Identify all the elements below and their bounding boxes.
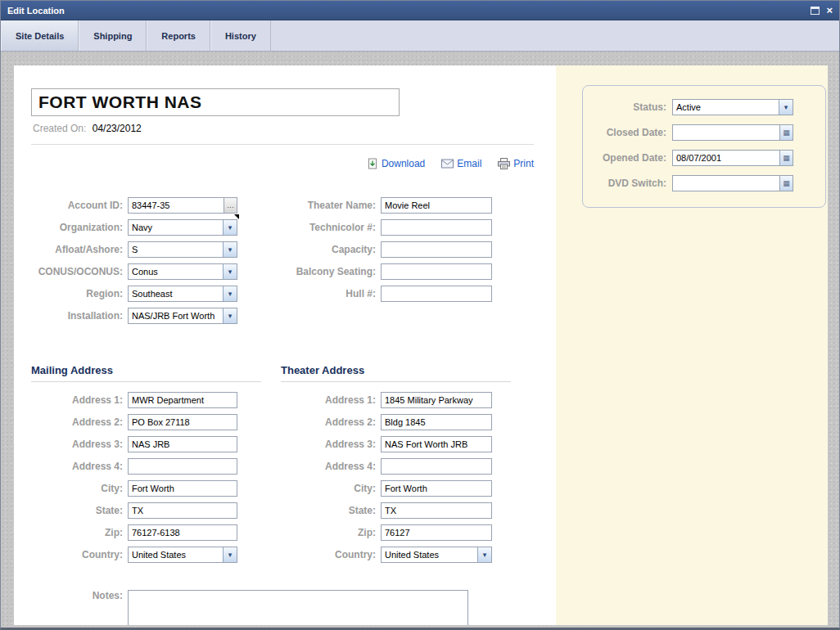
tab-reports[interactable]: Reports (147, 20, 210, 51)
print-link[interactable]: Print (498, 158, 534, 169)
technicolor-input[interactable] (381, 219, 492, 236)
theater-state-input[interactable] (381, 502, 492, 519)
close-button[interactable]: × (826, 5, 833, 16)
account-id-input[interactable] (128, 197, 224, 214)
dvd-switch-input[interactable] (672, 175, 779, 191)
email-link[interactable]: Email (441, 158, 481, 169)
opened-date-input[interactable] (672, 150, 779, 166)
theater-address2-label: Address 2: (281, 416, 376, 428)
email-label: Email (457, 158, 481, 169)
tab-label: History (225, 31, 256, 41)
tab-history[interactable]: History (210, 20, 271, 51)
installation-select[interactable]: NAS/JRB Fort Worth ▾ (128, 308, 237, 324)
created-on: Created On: 04/23/2012 (33, 123, 556, 134)
chevron-down-icon: ▾ (223, 220, 237, 235)
field-balcony-seating: Balcony Seating: (281, 263, 492, 280)
field-theater-zip: Zip: (281, 524, 511, 541)
theater-city-input[interactable] (381, 480, 492, 497)
closed-date-calendar-button[interactable]: ▦ (779, 124, 793, 141)
theater-zip-input[interactable] (381, 524, 492, 541)
theater-name-input[interactable] (381, 197, 492, 214)
theater-address1-input[interactable] (381, 392, 492, 408)
theater-address3-input[interactable] (381, 436, 492, 452)
mailing-country-select[interactable]: United States ▾ (128, 547, 237, 563)
field-organization: Organization: Navy ▾ (31, 219, 281, 236)
chevron-down-icon: ▾ (223, 308, 237, 323)
close-icon: × (826, 4, 833, 16)
chevron-down-icon: ▾ (223, 286, 237, 301)
account-id-ellipsis-button[interactable]: … (224, 197, 237, 214)
email-icon (441, 159, 454, 169)
mailing-address1-input[interactable] (128, 392, 237, 408)
created-on-label: Created On: (33, 123, 86, 134)
field-theater-address2: Address 2: (281, 414, 511, 430)
calendar-icon: ▦ (783, 128, 790, 137)
status-select[interactable]: Active ▾ (672, 99, 793, 115)
opened-date-calendar-button[interactable]: ▦ (779, 150, 793, 166)
organization-value: Navy (129, 220, 223, 235)
field-conus-oconus: CONUS/OCONUS: Conus ▾ (31, 263, 281, 280)
field-status: Status: Active ▾ (588, 99, 817, 115)
theater-address2-input[interactable] (381, 414, 492, 430)
maximize-button[interactable] (811, 7, 820, 15)
field-mailing-country: Country: United States ▾ (31, 547, 281, 563)
account-id-marker-icon (234, 214, 239, 219)
status-card: Status: Active ▾ Closed Date: ▦ Opened D… (582, 85, 826, 208)
organization-select[interactable]: Navy ▾ (128, 219, 237, 236)
closed-date-input[interactable] (672, 124, 779, 141)
mailing-city-input[interactable] (128, 480, 237, 497)
theater-address3-label: Address 3: (281, 439, 376, 450)
field-mailing-address2: Address 2: (31, 414, 281, 430)
field-theater-name: Theater Name: (281, 197, 492, 214)
technicolor-label: Technicolor #: (281, 222, 376, 233)
field-opened-date: Opened Date: ▦ (588, 150, 817, 166)
mailing-state-input[interactable] (128, 502, 237, 519)
download-link[interactable]: Download (367, 158, 425, 169)
theater-city-label: City: (281, 483, 376, 494)
tab-label: Reports (161, 31, 196, 41)
mailing-address2-label: Address 2: (31, 416, 123, 428)
region-select[interactable]: Southeast ▾ (128, 286, 237, 302)
balcony-seating-input[interactable] (381, 263, 492, 280)
field-mailing-address4: Address 4: (31, 458, 281, 475)
theater-address-section: Theater Address Address 1: Address 2: Ad… (281, 364, 511, 569)
tab-label: Site Details (16, 31, 64, 41)
mailing-address3-label: Address 3: (31, 439, 123, 450)
mailing-address-title: Mailing Address (31, 364, 261, 382)
theater-country-value: United States (382, 547, 477, 562)
print-icon (498, 158, 510, 169)
dvd-switch-calendar-button[interactable]: ▦ (779, 175, 793, 191)
field-theater-address3: Address 3: (281, 436, 511, 452)
notes-label: Notes: (31, 590, 123, 625)
mailing-address4-input[interactable] (128, 458, 237, 475)
tab-bar: Site Details Shipping Reports History (1, 20, 839, 52)
closed-date-label: Closed Date: (588, 127, 666, 138)
window-title: Edit Location (7, 6, 65, 16)
theater-state-label: State: (281, 505, 376, 516)
mailing-address2-input[interactable] (128, 414, 237, 430)
theater-address4-input[interactable] (381, 458, 492, 475)
field-afloat-ashore: Afloat/Ashore: S ▾ (31, 241, 281, 258)
theater-country-select[interactable]: United States ▾ (381, 547, 492, 563)
status-sidebar: Status: Active ▾ Closed Date: ▦ Opened D… (556, 65, 828, 625)
installation-value: NAS/JRB Fort Worth (129, 308, 223, 323)
tab-shipping[interactable]: Shipping (79, 20, 147, 51)
mailing-address1-label: Address 1: (31, 394, 123, 406)
afloat-ashore-select[interactable]: S ▾ (128, 241, 237, 258)
chevron-down-icon: ▾ (223, 547, 237, 562)
notes-textarea[interactable] (128, 590, 468, 625)
field-mailing-address1: Address 1: (31, 392, 281, 408)
status-label: Status: (588, 101, 666, 113)
tab-site-details[interactable]: Site Details (1, 20, 79, 51)
site-name-input[interactable] (31, 88, 400, 116)
conus-oconus-label: CONUS/OCONUS: (31, 266, 123, 277)
hull-input[interactable] (381, 286, 492, 302)
capacity-input[interactable] (381, 241, 492, 258)
mailing-zip-input[interactable] (128, 524, 237, 541)
region-value: Southeast (129, 286, 223, 301)
field-capacity: Capacity: (281, 241, 492, 258)
mailing-state-label: State: (31, 505, 123, 516)
mailing-address3-input[interactable] (128, 436, 237, 452)
account-id-label: Account ID: (31, 200, 123, 211)
conus-oconus-select[interactable]: Conus ▾ (128, 263, 237, 280)
